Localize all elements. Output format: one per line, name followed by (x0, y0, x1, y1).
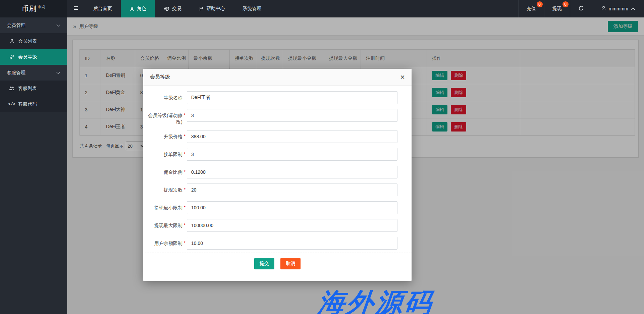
field-label-text: 等级名称 (147, 95, 182, 104)
field-label: 用户余额限制* (147, 237, 187, 250)
nav-item-system[interactable]: 系统管理 (234, 0, 270, 17)
sidebar-group-label: 客服管理 (7, 70, 25, 76)
sidebar-item-label: 会员列表 (18, 38, 37, 44)
field-label: 会员等级(请勿修改)* (147, 109, 187, 125)
recharge-button[interactable]: 充值 0 (518, 0, 544, 17)
user-menu[interactable]: mmmmm (592, 0, 644, 17)
field-label: 提现最小限制* (147, 201, 187, 214)
nav-item-label: 系统管理 (243, 6, 261, 12)
required-asterisk: * (182, 151, 187, 161)
sidebar: 会员管理会员列表会员等级客服管理客服列表</>客服代码 (0, 17, 67, 314)
field-label-text: 升级价格 (147, 134, 182, 143)
refresh-icon (578, 5, 584, 12)
nav-item-label: 交易 (172, 6, 181, 12)
logo-superscript: 币刷 (38, 4, 46, 9)
form-field-2: 升级价格* (147, 130, 397, 143)
dialog-title: 会员等级 (150, 74, 170, 80)
sidebar-item-label: 客服列表 (18, 86, 37, 92)
field-label-text: 会员等级(请勿修改) (147, 112, 182, 125)
sidebar-group-label: 会员管理 (7, 22, 25, 29)
field-input[interactable] (187, 91, 397, 104)
field-input[interactable] (187, 130, 397, 143)
username: mmmmm (609, 6, 628, 11)
required-asterisk: * (182, 134, 187, 143)
logo-text: 币刷 (22, 4, 37, 13)
sidebar-item-service-code[interactable]: </>客服代码 (0, 96, 67, 112)
navbar-right: 充值 0 提现 0 mmmmm (518, 0, 644, 17)
dialog-header: 会员等级 × (143, 69, 412, 86)
refresh-button[interactable] (570, 0, 592, 17)
flag-icon (199, 6, 204, 11)
required-asterisk: * (182, 187, 187, 196)
required-asterisk: * (182, 169, 187, 178)
nav-item-label: 角色 (137, 6, 146, 12)
nav-item-trade[interactable]: 交易 (155, 0, 190, 17)
sidebar-item-label: 会员等级 (18, 54, 37, 60)
close-icon[interactable]: × (400, 73, 405, 81)
watermark-text: 海外源码 (316, 285, 435, 314)
sidebar-group-service[interactable]: 客服管理 (0, 65, 67, 81)
withdraw-label: 提现 (552, 6, 562, 12)
field-input[interactable] (187, 109, 397, 122)
required-asterisk: * (182, 222, 187, 232)
scale-icon (164, 6, 170, 11)
nav-item-home[interactable]: 后台首页 (85, 0, 121, 17)
field-label-text: 用户余额限制 (147, 240, 182, 250)
nav-item-label: 后台首页 (93, 6, 112, 12)
field-label: 接单限制* (147, 148, 187, 161)
sidebar-item-member-level[interactable]: 会员等级 (0, 49, 67, 65)
submit-button[interactable]: 提交 (254, 258, 274, 269)
chevron-up-icon (631, 6, 635, 11)
required-asterisk: * (182, 112, 187, 125)
app-logo: 币刷币刷 (0, 0, 67, 17)
withdraw-button[interactable]: 提现 0 (544, 0, 570, 17)
field-label: 提现次数* (147, 184, 187, 196)
required-asterisk (182, 95, 187, 104)
field-label-text: 提现最小限制 (147, 205, 182, 214)
link-icon (9, 54, 15, 60)
form-field-5: 提现次数* (147, 184, 397, 196)
field-input[interactable] (187, 166, 397, 178)
sidebar-item-label: 客服代码 (18, 101, 37, 107)
top-navbar: 币刷币刷 后台首页角色交易帮助中心系统管理 充值 0 提现 0 mmmmm (0, 0, 644, 17)
form-field-4: 佣金比例* (147, 166, 397, 178)
field-label-text: 接单限制 (147, 151, 182, 161)
field-label: 升级价格* (147, 130, 187, 143)
required-asterisk: * (182, 240, 187, 250)
form-field-8: 用户余额限制* (147, 237, 397, 250)
field-input[interactable] (187, 184, 397, 196)
main-menu: 后台首页角色交易帮助中心系统管理 (85, 0, 270, 17)
person-icon (9, 39, 15, 44)
sidebar-item-member-list[interactable]: 会员列表 (0, 33, 67, 49)
member-level-dialog: 会员等级 × 等级名称会员等级(请勿修改)*升级价格*接单限制*佣金比例*提现次… (143, 69, 412, 281)
hamburger-icon (73, 5, 79, 12)
dialog-footer: 提交 取消 (143, 253, 412, 281)
field-label: 佣金比例* (147, 166, 187, 178)
required-asterisk: * (182, 205, 187, 214)
form-field-6: 提现最小限制* (147, 201, 397, 214)
chevron-down-icon (56, 23, 60, 28)
user-avatar-icon (601, 6, 606, 12)
sidebar-toggle-button[interactable] (67, 0, 85, 17)
nav-item-help[interactable]: 帮助中心 (190, 0, 234, 17)
sidebar-item-service-list[interactable]: 客服列表 (0, 81, 67, 96)
users-icon (9, 86, 15, 91)
form-field-1: 会员等级(请勿修改)* (147, 109, 397, 125)
person-icon (129, 6, 135, 11)
field-label: 等级名称 (147, 91, 187, 104)
chevron-down-icon (56, 70, 60, 75)
nav-item-label: 帮助中心 (206, 6, 225, 12)
dialog-body: 等级名称会员等级(请勿修改)*升级价格*接单限制*佣金比例*提现次数*提现最小限… (143, 86, 412, 253)
field-input[interactable] (187, 237, 397, 250)
field-input[interactable] (187, 201, 397, 214)
field-label: 提现最大限制* (147, 219, 187, 232)
sidebar-group-member[interactable]: 会员管理 (0, 17, 67, 33)
form-field-3: 接单限制* (147, 148, 397, 161)
form-field-0: 等级名称 (147, 91, 397, 104)
field-input[interactable] (187, 219, 397, 232)
field-label-text: 提现最大限制 (147, 222, 182, 232)
cancel-button[interactable]: 取消 (280, 258, 301, 269)
field-input[interactable] (187, 148, 397, 161)
nav-item-role[interactable]: 角色 (121, 0, 155, 17)
field-label-text: 提现次数 (147, 187, 182, 196)
